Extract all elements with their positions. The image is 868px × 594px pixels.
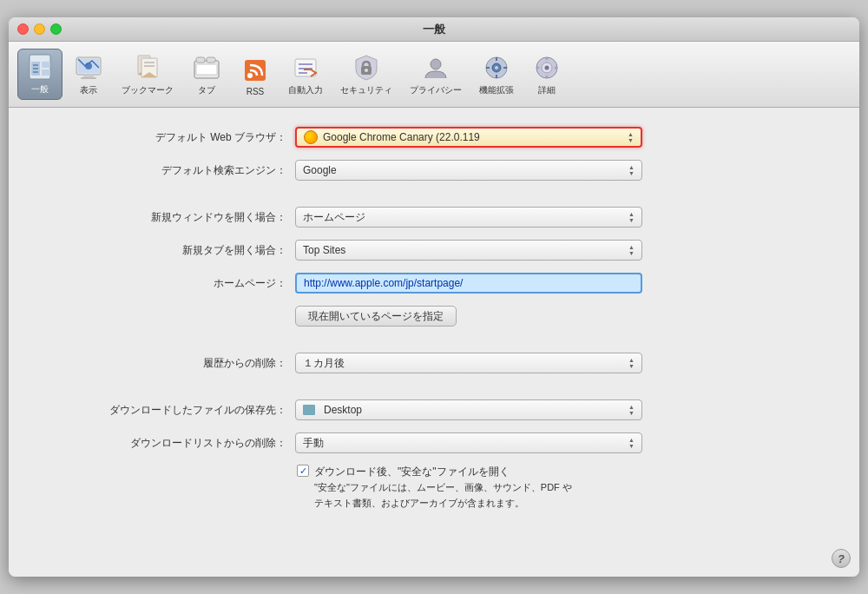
- history-select[interactable]: １カ月後 ▲ ▼: [295, 353, 642, 373]
- toolbar-label-autofill: 自動入力: [288, 84, 323, 96]
- autofill-icon: [292, 54, 319, 82]
- svg-rect-10: [81, 77, 96, 79]
- download-location-value: Desktop: [303, 404, 362, 416]
- homepage-control: http://www.apple.com/jp/startpage/: [295, 273, 642, 294]
- new-tab-select[interactable]: Top Sites ▲ ▼: [295, 240, 642, 261]
- default-browser-row: デフォルト Web ブラウザ： Google Chrome Canary (22…: [35, 125, 833, 149]
- download-location-control: Desktop ▲ ▼: [295, 399, 642, 420]
- desktop-folder-icon: [303, 405, 315, 415]
- canary-icon: [304, 130, 318, 144]
- separator1: [35, 191, 833, 205]
- svg-point-41: [545, 66, 549, 70]
- history-row: 履歴からの削除： １カ月後 ▲ ▼: [35, 351, 833, 375]
- toolbar-item-security[interactable]: セキュリティ: [333, 50, 399, 100]
- toolbar-label-display: 表示: [80, 84, 97, 96]
- new-tab-value: Top Sites: [303, 244, 345, 256]
- set-current-page-button[interactable]: 現在開いているページを指定: [295, 306, 457, 327]
- new-tab-row: 新規タブを開く場合： Top Sites ▲ ▼: [35, 238, 833, 262]
- minimize-button[interactable]: [34, 23, 45, 35]
- separator2: [35, 337, 833, 351]
- default-browser-control: Google Chrome Canary (22.0.119 ▲ ▼: [295, 127, 642, 148]
- svg-rect-9: [83, 75, 94, 77]
- set-current-page-control: 現在開いているページを指定: [295, 306, 642, 327]
- default-search-select[interactable]: Google ▲ ▼: [295, 160, 642, 181]
- svg-rect-21: [207, 57, 215, 63]
- set-current-page-row: 現在開いているページを指定: [35, 304, 833, 328]
- toolbar-item-general[interactable]: 一般: [17, 49, 62, 100]
- window-title: 一般: [423, 22, 445, 37]
- separator3: [35, 384, 833, 398]
- advanced-icon: [533, 54, 561, 82]
- content-area: デフォルト Web ブラウザ： Google Chrome Canary (22…: [9, 108, 859, 577]
- general-icon: [26, 53, 54, 81]
- download-location-label: ダウンロードしたファイルの保存先：: [35, 403, 295, 418]
- new-window-label: 新規ウィンドウを開く場合：: [35, 210, 295, 225]
- checkbox-text: ダウンロード後、"安全な"ファイルを開く "安全な"ファイルには、ムービー、画像…: [314, 464, 575, 511]
- default-search-label: デフォルト検索エンジン：: [35, 163, 295, 178]
- svg-rect-22: [196, 64, 217, 75]
- download-list-value: 手動: [303, 436, 324, 451]
- history-label: 履歴からの削除：: [35, 356, 295, 371]
- download-list-select[interactable]: 手動 ▲ ▼: [295, 432, 642, 453]
- toolbar-item-tabs[interactable]: タブ: [184, 50, 229, 100]
- homepage-row: ホームページ： http://www.apple.com/jp/startpag…: [35, 271, 833, 295]
- close-button[interactable]: [17, 23, 29, 35]
- new-tab-label: 新規タブを開く場合：: [35, 243, 295, 258]
- homepage-input[interactable]: http://www.apple.com/jp/startpage/: [295, 273, 642, 294]
- default-search-control: Google ▲ ▼: [295, 160, 642, 181]
- toolbar-label-tabs: タブ: [198, 84, 215, 96]
- new-window-arrows: ▲ ▼: [628, 211, 635, 223]
- new-window-value: ホームページ: [303, 210, 365, 225]
- svg-point-24: [247, 73, 253, 78]
- homepage-label: ホームページ：: [35, 276, 295, 291]
- toolbar-label-security: セキュリティ: [340, 84, 392, 96]
- download-location-select[interactable]: Desktop ▲ ▼: [295, 399, 642, 420]
- toolbar-item-autofill[interactable]: 自動入力: [281, 50, 330, 100]
- new-window-control: ホームページ ▲ ▼: [295, 207, 642, 228]
- svg-point-34: [495, 66, 498, 69]
- toolbar-item-extensions[interactable]: 機能拡張: [472, 50, 521, 100]
- tabs-icon: [193, 54, 220, 82]
- download-location-arrows: ▲ ▼: [628, 404, 635, 416]
- extensions-icon: [483, 54, 510, 82]
- toolbar-item-bookmarks[interactable]: ブックマーク: [115, 50, 181, 100]
- toolbar-item-display[interactable]: 表示: [66, 50, 111, 100]
- new-window-row: 新規ウィンドウを開く場合： ホームページ ▲ ▼: [35, 205, 833, 229]
- new-tab-arrows: ▲ ▼: [628, 244, 635, 256]
- toolbar-label-extensions: 機能拡張: [479, 84, 514, 96]
- default-search-value: Google: [303, 164, 337, 176]
- svg-point-30: [365, 69, 368, 72]
- default-browser-value: Google Chrome Canary (22.0.119: [304, 130, 480, 144]
- download-list-control: 手動 ▲ ▼: [295, 432, 642, 453]
- default-browser-label: デフォルト Web ブラウザ：: [35, 130, 295, 145]
- new-tab-control: Top Sites ▲ ▼: [295, 240, 642, 261]
- security-icon: [352, 54, 380, 82]
- download-list-label: ダウンロードリストからの削除：: [35, 436, 295, 451]
- rss-icon: [241, 56, 269, 84]
- svg-point-31: [431, 59, 441, 69]
- title-bar: 一般: [9, 17, 859, 42]
- toolbar-item-advanced[interactable]: 詳細: [524, 50, 569, 100]
- default-search-row: デフォルト検索エンジン： Google ▲ ▼: [35, 158, 833, 182]
- default-browser-select[interactable]: Google Chrome Canary (22.0.119 ▲ ▼: [295, 127, 642, 148]
- svg-rect-3: [42, 69, 50, 76]
- maximize-button[interactable]: [50, 23, 62, 35]
- download-list-arrows: ▲ ▼: [628, 437, 635, 449]
- toolbar-item-rss[interactable]: RSS: [233, 53, 278, 100]
- toolbar-label-general: 一般: [31, 83, 49, 96]
- new-window-select[interactable]: ホームページ ▲ ▼: [295, 207, 642, 228]
- svg-rect-2: [42, 62, 50, 68]
- help-button[interactable]: ?: [832, 549, 851, 568]
- toolbar-label-rss: RSS: [247, 87, 265, 96]
- svg-rect-20: [196, 57, 205, 63]
- download-location-row: ダウンロードしたファイルの保存先： Desktop ▲ ▼: [35, 398, 833, 422]
- toolbar-label-bookmarks: ブックマーク: [122, 84, 174, 96]
- download-list-row: ダウンロードリストからの削除： 手動 ▲ ▼: [35, 431, 833, 455]
- history-control: １カ月後 ▲ ▼: [295, 353, 642, 373]
- toolbar-label-privacy: プライバシー: [410, 84, 462, 96]
- open-safe-files-checkbox[interactable]: ✓: [297, 465, 309, 477]
- history-value: １カ月後: [303, 356, 345, 371]
- privacy-icon: [422, 54, 450, 82]
- toolbar-item-privacy[interactable]: プライバシー: [403, 50, 469, 100]
- traffic-lights[interactable]: [17, 23, 62, 35]
